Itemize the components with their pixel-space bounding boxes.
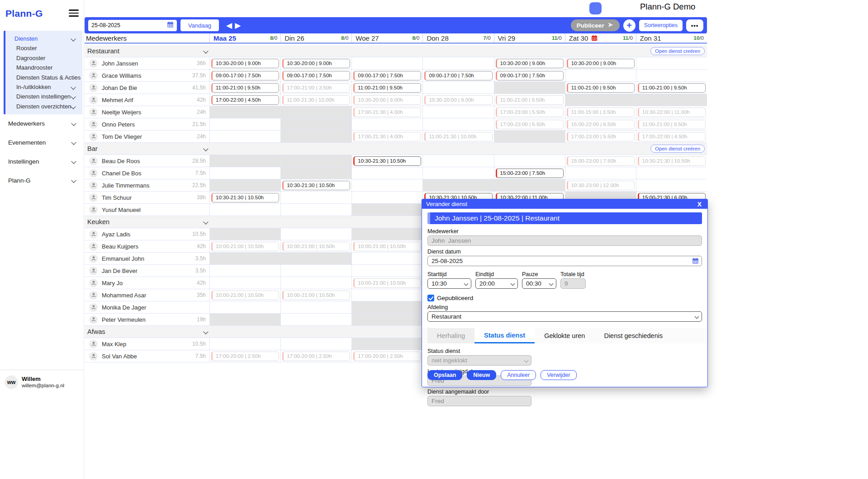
- schedule-cell[interactable]: 10:00-21:00 | 10.50h: [209, 289, 280, 301]
- unavailable-cell[interactable]: [209, 314, 280, 325]
- schedule-cell[interactable]: 11:00-21:00 | 9.50h: [351, 82, 422, 94]
- unavailable-cell[interactable]: [494, 179, 565, 191]
- shift-chip[interactable]: 11:00-21:00 | 9.50h: [567, 83, 635, 93]
- day-header[interactable]: Vri 2911/0: [494, 33, 565, 42]
- more-options-button[interactable]: •••: [686, 19, 703, 32]
- shift-chip[interactable]: 11:00-21:00 | 9.50h: [638, 83, 706, 93]
- schedule-cell[interactable]: [351, 179, 422, 191]
- section-header[interactable]: BarOpen dienst creëren: [85, 143, 707, 155]
- tab-dienst-geschiedenis[interactable]: Dienst geschiedenis: [594, 328, 672, 343]
- schedule-cell[interactable]: 10:00-21:00 | 10.50h: [280, 240, 351, 252]
- schedule-cell[interactable]: 11:00-21:00 | 9.50h: [636, 118, 707, 130]
- unavailable-cell[interactable]: [494, 131, 565, 142]
- schedule-cell[interactable]: 10:30-21:30 | 10.50h: [280, 179, 351, 191]
- shift-chip[interactable]: 10:00-21:00 | 10.50h: [282, 291, 350, 300]
- schedule-cell[interactable]: 10:30-20:00 | 9.00h: [209, 57, 280, 69]
- schedule-cell[interactable]: 15:00-23:00 | 7.50h: [565, 155, 636, 167]
- schedule-cell[interactable]: 10:30-21:30 | 10.50h: [209, 192, 280, 203]
- shift-chip[interactable]: 10:30-21:30 | 10.50h: [638, 156, 706, 166]
- verwijder-button[interactable]: Verwijder: [541, 370, 576, 380]
- shift-chip[interactable]: 10:30-20:00 | 9.00h: [496, 59, 564, 68]
- schedule-cell[interactable]: [209, 301, 280, 313]
- schedule-cell[interactable]: 17:00-23:00 | 5.50h: [565, 131, 636, 142]
- schedule-cell[interactable]: [422, 57, 493, 69]
- schedule-cell[interactable]: [351, 265, 422, 277]
- schedule-cell[interactable]: [422, 167, 493, 179]
- unavailable-cell[interactable]: [565, 94, 636, 106]
- schedule-cell[interactable]: [494, 155, 565, 167]
- annuleer-button[interactable]: Annuleer: [501, 370, 536, 380]
- schedule-cell[interactable]: [280, 277, 351, 289]
- shift-chip[interactable]: 17:00-20:00 | 2.50h: [282, 352, 350, 361]
- day-header[interactable]: Din 268/0: [280, 33, 351, 42]
- close-icon[interactable]: X: [697, 201, 703, 208]
- sidebar-item-in-uitklokken[interactable]: In-/uitklokken: [5, 82, 82, 92]
- schedule-cell[interactable]: [209, 277, 280, 289]
- date-input[interactable]: 25-08-2025: [88, 20, 177, 31]
- shift-chip[interactable]: 10:30-21:30 | 10.50h: [282, 181, 350, 190]
- sort-options-button[interactable]: Sorteeropties: [639, 20, 683, 31]
- schedule-cell[interactable]: [280, 228, 351, 240]
- schedule-cell[interactable]: 10:30-20:00 | 9.00h: [422, 94, 493, 106]
- datum-field[interactable]: [427, 256, 702, 266]
- schedule-cell[interactable]: 17:00-21:30 | 4.00h: [351, 131, 422, 142]
- shift-chip[interactable]: 17:00-22:00 | 4.50h: [638, 132, 706, 141]
- schedule-cell[interactable]: [209, 338, 280, 350]
- unavailable-cell[interactable]: [351, 301, 422, 313]
- sidebar-item-diensten-instellingen[interactable]: Diensten instellingen: [5, 92, 82, 101]
- prev-next-arrows[interactable]: ◀▶: [226, 21, 243, 30]
- day-header[interactable]: Don 287/0: [422, 33, 493, 42]
- shift-chip[interactable]: 09:00-17:00 | 7.50h: [496, 71, 564, 80]
- eindtijd-select[interactable]: 20:00: [475, 278, 518, 289]
- shift-chip[interactable]: 10:30-22:00 | 11.00h: [638, 108, 706, 117]
- unavailable-cell[interactable]: [280, 155, 351, 167]
- sidebar-group-evenementen[interactable]: Evenementen: [0, 133, 84, 152]
- schedule-cell[interactable]: [351, 118, 422, 130]
- schedule-cell[interactable]: 11:00-21:00 | 9.50h: [209, 82, 280, 94]
- schedule-cell[interactable]: 17:00-23:00 | 5.50h: [494, 118, 565, 130]
- sidebar-item-diensten-status-acties[interactable]: Diensten Status & Acties: [5, 73, 82, 82]
- schedule-cell[interactable]: 10:30-20:00 | 9.00h: [494, 57, 565, 69]
- tab-geklokte-uren[interactable]: Geklokte uren: [535, 328, 594, 343]
- schedule-cell[interactable]: 17:00-21:30 | 4.00h: [351, 106, 422, 118]
- schedule-cell[interactable]: 10:30-23:00 | 12.00h: [565, 179, 636, 191]
- schedule-cell[interactable]: [636, 167, 707, 179]
- schedule-cell[interactable]: [636, 70, 707, 81]
- sidebar-group-plann-g[interactable]: Plann-G: [0, 171, 84, 190]
- schedule-cell[interactable]: 09:00-17:00 | 7.50h: [351, 70, 422, 81]
- schedule-cell[interactable]: 10:30-21:30 | 10.50h: [351, 155, 422, 167]
- publish-button[interactable]: Publiceer: [571, 19, 620, 31]
- schedule-cell[interactable]: [351, 192, 422, 203]
- schedule-cell[interactable]: 09:00-17:00 | 7.50h: [422, 70, 493, 81]
- schedule-cell[interactable]: 09:00-17:00 | 7.50h: [209, 70, 280, 81]
- schedule-cell[interactable]: [422, 155, 493, 167]
- shift-chip[interactable]: 17:00-21:30 | 4.00h: [353, 108, 421, 117]
- add-button[interactable]: +: [623, 19, 636, 32]
- section-header[interactable]: RestaurantOpen dienst creëren: [85, 45, 707, 57]
- unavailable-cell[interactable]: [494, 82, 565, 94]
- schedule-cell[interactable]: 09:00-17:00 | 7.50h: [494, 70, 565, 81]
- shift-chip[interactable]: 11:00-15:00 | 3.50h: [567, 108, 635, 117]
- schedule-cell[interactable]: 10:30-21:30 | 10.50h: [636, 155, 707, 167]
- schedule-cell[interactable]: 11:00-21:30 | 10.00h: [280, 94, 351, 106]
- schedule-cell[interactable]: 17:00-21:00 | 3.50h: [280, 82, 351, 94]
- sidebar-item-diensten[interactable]: Diensten: [5, 34, 82, 43]
- schedule-cell[interactable]: [209, 265, 280, 277]
- shift-chip[interactable]: 11:00-21:30 | 10.00h: [282, 95, 350, 105]
- calendar-icon[interactable]: [692, 258, 699, 266]
- shift-chip[interactable]: 10:30-21:30 | 10.50h: [353, 156, 421, 166]
- shift-chip[interactable]: 10:00-21:00 | 10.50h: [211, 242, 279, 251]
- unavailable-cell[interactable]: [209, 253, 280, 264]
- schedule-cell[interactable]: 17:00-23:00 | 5.50h: [494, 106, 565, 118]
- shift-chip[interactable]: 15:00-23:00 | 7.50h: [496, 169, 564, 178]
- shift-chip[interactable]: 17:00-20:00 | 2.50h: [353, 352, 421, 361]
- shift-chip[interactable]: 09:00-17:00 | 7.50h: [282, 71, 350, 80]
- shift-chip[interactable]: 10:30-20:00 | 9.00h: [211, 59, 279, 68]
- unavailable-cell[interactable]: [351, 314, 422, 325]
- schedule-cell[interactable]: 17:00-22:00 | 4.50h: [636, 131, 707, 142]
- day-header[interactable]: Woe 278/0: [351, 33, 422, 42]
- schedule-cell[interactable]: [209, 118, 280, 130]
- shift-chip[interactable]: 09:00-17:00 | 7.50h: [353, 71, 421, 80]
- schedule-cell[interactable]: 11:00-15:00 | 3.50h: [565, 106, 636, 118]
- unavailable-cell[interactable]: [351, 228, 422, 240]
